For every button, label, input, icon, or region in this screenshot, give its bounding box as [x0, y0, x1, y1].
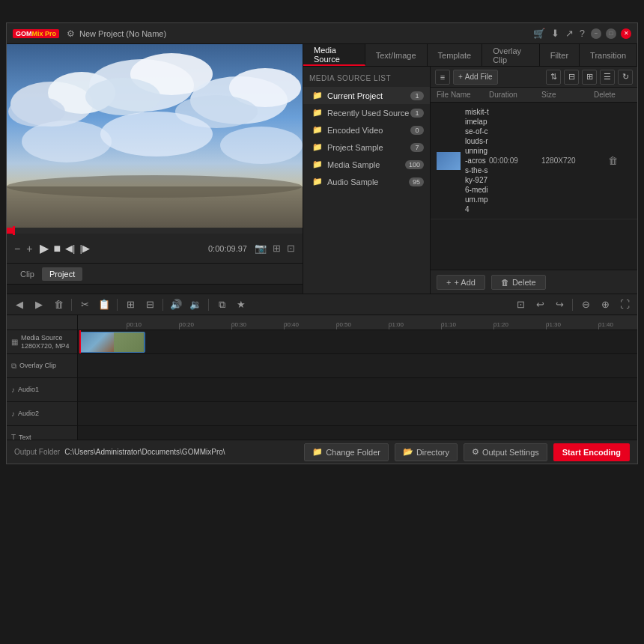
- effect-btn[interactable]: ★: [233, 297, 249, 313]
- sidebar-item-project-sample[interactable]: 📁 Project Sample 7: [303, 139, 430, 156]
- output-settings-button[interactable]: ⚙ Output Settings: [464, 443, 547, 461]
- file-thumbnail: [437, 152, 461, 170]
- undo-btn[interactable]: ↩: [532, 297, 548, 313]
- svg-point-6: [85, 78, 160, 115]
- sidebar-item-current-project[interactable]: 📁 Current Project 1: [303, 87, 430, 104]
- item-count: 100: [405, 160, 424, 169]
- overlay-track-icon: ⧉: [11, 362, 16, 371]
- sidebar-item-encoded-video[interactable]: 📁 Encoded Video 0: [303, 121, 430, 139]
- timeline-tracks[interactable]: 00:10 00:20 00:30 00:40 00:50 01:00 01:1…: [78, 315, 637, 440]
- volume-minus-button[interactable]: −: [14, 243, 20, 255]
- tab-overlay-clip[interactable]: Overlay Clip: [482, 44, 539, 66]
- stop-button[interactable]: ■: [53, 242, 61, 255]
- directory-button[interactable]: 📂 Directory: [395, 443, 458, 461]
- audio2-track[interactable]: [78, 402, 637, 426]
- prev-btn[interactable]: ◀: [11, 297, 28, 313]
- tab-filter[interactable]: Filter: [540, 44, 580, 66]
- cart-icon[interactable]: 🛒: [533, 28, 545, 39]
- table-row[interactable]: miskit-timelapse-of-clouds-running-acros…: [431, 103, 637, 219]
- tab-transition[interactable]: Transition: [580, 44, 637, 66]
- sidebar-item-media-sample[interactable]: 📁 Media Sample 100: [303, 156, 430, 173]
- change-folder-button[interactable]: 📁 Change Folder: [304, 443, 389, 461]
- properties-btn[interactable]: ⊞: [122, 297, 139, 313]
- folder-icon: 📁: [312, 125, 323, 135]
- sidebar-item-recently-used[interactable]: 📁 Recently Used Source 1: [303, 104, 430, 121]
- sidebar-item-audio-sample[interactable]: 📁 Audio Sample 95: [303, 173, 430, 190]
- track-label-audio2: ♪ Audio2: [7, 402, 77, 426]
- directory-icon: 📂: [403, 447, 413, 457]
- gear-icon[interactable]: ⚙: [67, 28, 75, 39]
- refresh-btn[interactable]: ↻: [618, 70, 633, 85]
- paste-btn[interactable]: 📋: [96, 297, 112, 313]
- tab-project[interactable]: Project: [42, 267, 82, 281]
- right-panel: Media Source Text/Image Template Overlay…: [303, 44, 637, 294]
- video-track-icon: ▦: [11, 338, 18, 346]
- video-clip[interactable]: [79, 332, 145, 353]
- delete-button[interactable]: 🗑 Delete: [491, 275, 546, 290]
- list-view-btn2[interactable]: ☰: [600, 70, 615, 85]
- zoom-fit-icon[interactable]: ⛶: [616, 297, 633, 313]
- track-label-audio1: ♪ Audio1: [7, 378, 77, 402]
- settings-icon: ⚙: [472, 447, 479, 457]
- ruler-mark: 00:50: [336, 321, 351, 328]
- overlay-track[interactable]: [78, 354, 637, 378]
- sort-icon[interactable]: ⇅: [546, 70, 561, 85]
- tab-text-image[interactable]: Text/Image: [365, 44, 428, 66]
- redo-btn[interactable]: ↪: [551, 297, 568, 313]
- split-btn[interactable]: ⊟: [142, 297, 158, 313]
- text-track[interactable]: [78, 426, 637, 440]
- frame-forward-button[interactable]: |▶: [79, 243, 89, 254]
- track-label-overlay: ⧉ Overlay Clip: [7, 354, 77, 378]
- share-icon[interactable]: ↗: [565, 28, 574, 39]
- audio1-track[interactable]: [78, 378, 637, 402]
- ruler-mark: 00:10: [127, 321, 142, 328]
- svg-point-12: [220, 127, 303, 164]
- frame-back-button[interactable]: ◀|: [65, 243, 75, 254]
- start-encoding-button[interactable]: Start Encoding: [553, 443, 630, 461]
- zoom-in-icon[interactable]: ⊕: [597, 297, 613, 313]
- split-icon[interactable]: ⊞: [273, 243, 281, 254]
- audio-btn[interactable]: 🔊: [168, 297, 184, 313]
- crop-icon[interactable]: ⊡: [287, 243, 295, 254]
- grid-view-btn[interactable]: ⊞: [582, 70, 597, 85]
- cut-btn[interactable]: ✂: [76, 297, 93, 313]
- tab-media-source[interactable]: Media Source: [303, 44, 365, 66]
- overlay-btn[interactable]: ⧉: [213, 297, 230, 313]
- close-button[interactable]: ✕: [621, 28, 631, 39]
- next-btn[interactable]: ▶: [31, 297, 47, 313]
- ruler-mark: 01:10: [441, 321, 456, 328]
- help-icon[interactable]: ?: [580, 28, 585, 39]
- minimize-button[interactable]: −: [591, 28, 601, 39]
- file-list-header: File Name Duration Size Delete: [431, 88, 637, 103]
- delete-icon: 🗑: [501, 278, 509, 287]
- download-icon[interactable]: ⬇: [551, 28, 559, 39]
- add-file-button[interactable]: + Add File: [453, 70, 498, 85]
- timeline-ruler: 00:10 00:20 00:30 00:40 00:50 01:00 01:1…: [78, 315, 637, 330]
- file-list-area: ≡ + Add File ⇅ ⊟ ⊞ ☰ ↻: [431, 67, 637, 294]
- progress-bar[interactable]: [7, 228, 303, 234]
- item-count: 1: [410, 91, 424, 100]
- track-label-media: ▦ Media Source1280X720, MP4: [7, 330, 77, 354]
- list-view-btn[interactable]: ≡: [435, 70, 450, 85]
- zoom-out-icon[interactable]: ⊖: [577, 297, 594, 313]
- play-controls: ▶ ■ ◀| |▶: [40, 241, 89, 255]
- vol-btn[interactable]: 🔉: [187, 297, 204, 313]
- volume-plus-button[interactable]: +: [26, 243, 32, 255]
- window-controls: − □ ✕: [591, 28, 631, 39]
- maximize-button[interactable]: □: [606, 28, 616, 39]
- svg-point-14: [7, 175, 302, 198]
- tab-template[interactable]: Template: [428, 44, 483, 66]
- sidebar-label: Encoded Video: [327, 126, 410, 135]
- ruler-mark: 00:40: [284, 321, 299, 328]
- delete-btn[interactable]: 🗑: [50, 297, 67, 313]
- delete-icon[interactable]: 🗑: [608, 155, 618, 166]
- tab-clip[interactable]: Clip: [13, 267, 42, 281]
- camera-icon[interactable]: 📷: [255, 243, 267, 254]
- filter-icon[interactable]: ⊟: [564, 70, 579, 85]
- play-button[interactable]: ▶: [40, 241, 49, 255]
- sidebar-label: Media Sample: [327, 160, 405, 169]
- fit-btn[interactable]: ⊡: [512, 297, 529, 313]
- add-button[interactable]: + + Add: [437, 275, 485, 290]
- col-size: Size: [541, 91, 594, 99]
- media-track[interactable]: [78, 330, 637, 354]
